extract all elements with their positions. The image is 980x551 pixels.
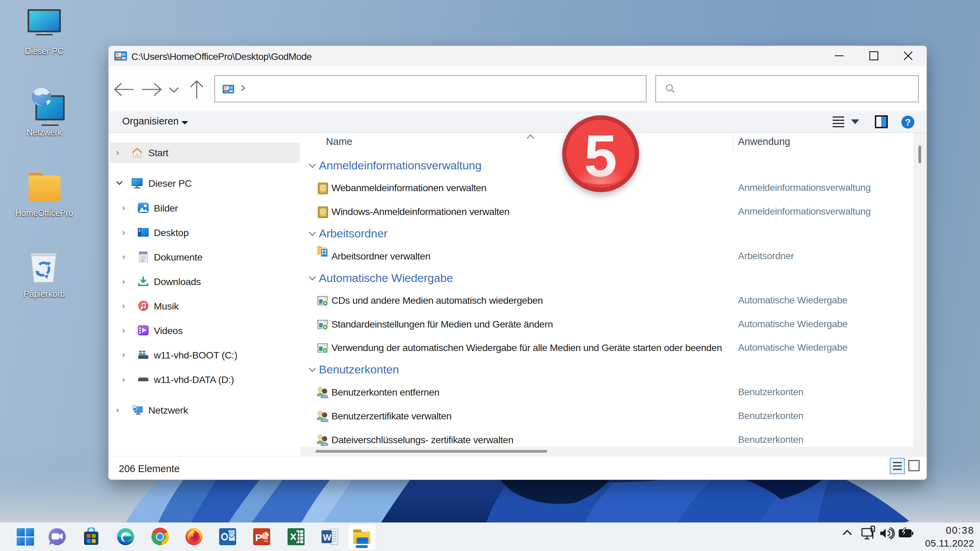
svg-text:?: ? [905,117,911,127]
svg-text:W: W [323,532,331,543]
svg-text:P: P [255,532,262,543]
